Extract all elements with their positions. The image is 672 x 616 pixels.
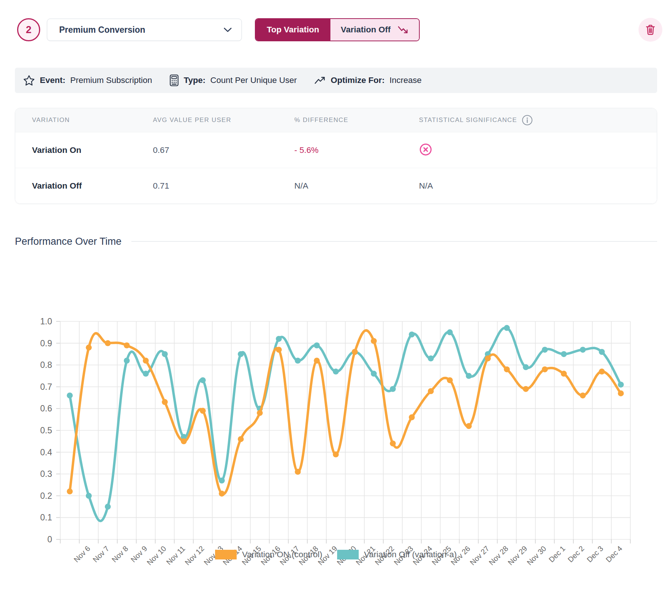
y-axis-label: 0.2	[40, 491, 52, 501]
y-axis-label: 0.5	[40, 426, 52, 435]
chart-point-series-0[interactable]	[485, 356, 491, 362]
chart-point-series-0[interactable]	[314, 358, 320, 364]
chart-point-series-0[interactable]	[67, 488, 73, 494]
legend-item-variation-on[interactable]: Variation ON (control)	[215, 550, 322, 559]
chart-point-series-1[interactable]	[466, 373, 472, 379]
chart-point-series-1[interactable]	[599, 349, 605, 355]
chart-point-series-1[interactable]	[143, 371, 149, 377]
chart-point-series-1[interactable]	[523, 364, 529, 370]
chart-point-series-1[interactable]	[124, 358, 130, 364]
row1-avg-value: 0.71	[153, 181, 294, 191]
chart-point-series-1[interactable]	[314, 343, 320, 349]
y-axis-label: 0.8	[40, 360, 52, 370]
y-axis-label: 0.6	[40, 404, 52, 413]
chart-point-series-0[interactable]	[580, 392, 586, 398]
performance-chart: 00.10.20.30.40.50.60.70.80.91.0Nov 6Nov …	[0, 255, 672, 559]
chart-point-series-1[interactable]	[542, 347, 548, 353]
y-axis-label: 0	[47, 535, 52, 544]
chart-point-series-1[interactable]	[276, 336, 282, 342]
metric-select-dropdown[interactable]: Premium Conversion	[47, 19, 242, 41]
chart-point-series-0[interactable]	[181, 438, 187, 444]
row0-variation: Variation On	[32, 145, 153, 155]
meta-optimize-label: Optimize For:	[331, 76, 385, 85]
delete-metric-button[interactable]	[639, 18, 662, 42]
row0-avg-value: 0.67	[153, 145, 294, 155]
chart-point-series-0[interactable]	[238, 436, 244, 442]
metric-meta-bar: Event: Premium Subscription Type: Count …	[15, 68, 657, 93]
chart-point-series-0[interactable]	[333, 452, 339, 458]
legend-label-variation-on: Variation ON (control)	[242, 550, 322, 559]
metric-header-row: 2 Premium Conversion Top Variation Varia…	[17, 18, 662, 42]
chart-point-series-0[interactable]	[371, 338, 377, 344]
section-title: Performance Over Time	[15, 236, 122, 247]
chart-point-series-1[interactable]	[409, 331, 415, 337]
chart-point-series-0[interactable]	[618, 390, 624, 396]
chart-point-series-0[interactable]	[466, 423, 472, 429]
chart-point-series-0[interactable]	[409, 414, 415, 420]
chart-point-series-1[interactable]	[333, 369, 339, 375]
legend-label-variation-off: Variation Off (variation-a)	[364, 550, 457, 559]
chart-point-series-1[interactable]	[561, 351, 567, 357]
row0-difference: - 5.6%	[294, 145, 419, 155]
info-icon[interactable]	[522, 115, 533, 126]
chart-point-series-0[interactable]	[390, 440, 396, 446]
star-icon	[23, 75, 35, 86]
chart-point-series-0[interactable]	[542, 366, 548, 372]
row1-significance: N/A	[419, 181, 640, 191]
legend-swatch-variation-off	[337, 550, 359, 559]
chart-point-series-0[interactable]	[352, 349, 358, 355]
chart-point-series-1[interactable]	[162, 351, 168, 357]
chart-point-series-1[interactable]	[447, 329, 453, 335]
col-difference: % DIFFERENCE	[294, 116, 419, 124]
chart-point-series-1[interactable]	[295, 358, 301, 364]
chart-point-series-0[interactable]	[523, 386, 529, 392]
chart-point-series-0[interactable]	[143, 358, 149, 364]
chart-point-series-0[interactable]	[162, 399, 168, 405]
chart-point-series-1[interactable]	[390, 386, 396, 392]
chart-point-series-0[interactable]	[276, 347, 282, 353]
chart-point-series-0[interactable]	[428, 388, 434, 394]
meta-optimize-value: Increase	[390, 76, 422, 85]
chart-point-series-1[interactable]	[504, 325, 510, 331]
y-axis-label: 0.7	[40, 382, 52, 392]
top-variation-tab-label: Top Variation	[267, 25, 319, 35]
chart-point-series-1[interactable]	[618, 382, 624, 388]
meta-event-value: Premium Subscription	[70, 76, 152, 85]
chart-point-series-1[interactable]	[580, 347, 586, 353]
table-row-variation-off: Variation Off 0.71 N/A N/A	[15, 168, 657, 203]
chart-point-series-0[interactable]	[257, 410, 263, 416]
results-table-header: VARIATION AVG VALUE PER USER % DIFFERENC…	[15, 108, 657, 132]
meta-type-value: Count Per Unique User	[210, 76, 297, 85]
chart-point-series-0[interactable]	[105, 340, 111, 346]
chart-point-series-1[interactable]	[238, 351, 244, 357]
chart-point-series-1[interactable]	[428, 356, 434, 362]
chart-point-series-0[interactable]	[447, 377, 453, 383]
chart-point-series-0[interactable]	[86, 344, 92, 350]
chart-point-series-1[interactable]	[86, 493, 92, 499]
chart-point-series-0[interactable]	[295, 469, 301, 475]
metric-select-value: Premium Conversion	[59, 25, 145, 35]
chart-point-series-1[interactable]	[219, 478, 225, 484]
col-variation: VARIATION	[32, 116, 153, 124]
chart-point-series-0[interactable]	[599, 369, 605, 375]
chart-point-series-0[interactable]	[200, 408, 206, 414]
chart-point-series-1[interactable]	[105, 504, 111, 510]
table-row-variation-on: Variation On 0.67 - 5.6%	[15, 132, 657, 168]
calculator-icon	[169, 74, 179, 86]
meta-type: Type: Count Per Unique User	[169, 74, 297, 86]
top-variation-winner[interactable]: Variation Off	[330, 19, 419, 41]
y-axis-label: 0.3	[40, 469, 52, 479]
chart-point-series-0[interactable]	[561, 371, 567, 377]
top-variation-tab[interactable]: Top Variation	[256, 19, 330, 41]
metric-number: 2	[26, 24, 31, 36]
legend-item-variation-off[interactable]: Variation Off (variation-a)	[337, 550, 457, 559]
chart-point-series-0[interactable]	[504, 366, 510, 372]
chart-point-series-1[interactable]	[67, 392, 73, 398]
chart-point-series-1[interactable]	[371, 371, 377, 377]
trash-icon	[645, 24, 656, 35]
chart-point-series-0[interactable]	[219, 491, 225, 497]
legend-swatch-variation-on	[215, 550, 237, 559]
chart-point-series-0[interactable]	[124, 343, 130, 349]
chart-point-series-1[interactable]	[200, 377, 206, 383]
line-chart-canvas: 00.10.20.30.40.50.60.70.80.91.0Nov 6Nov …	[0, 255, 672, 583]
